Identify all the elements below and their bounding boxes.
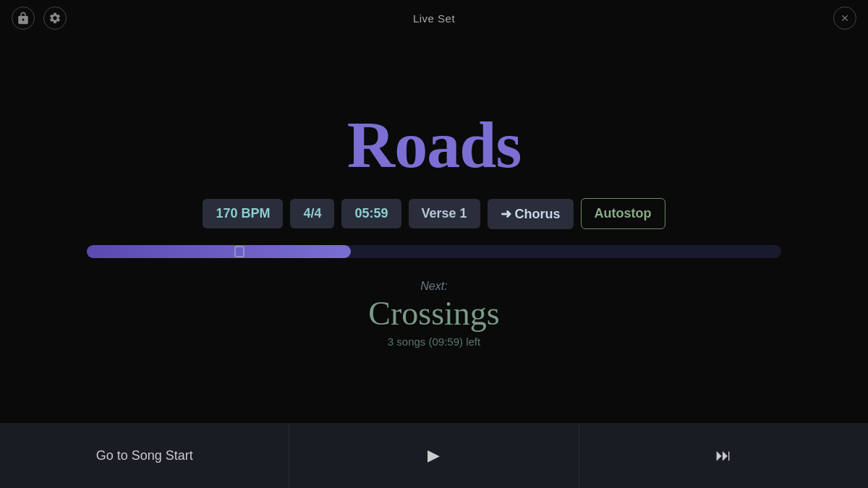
skip-icon: ⏭ bbox=[715, 446, 731, 465]
gear-icon bbox=[48, 12, 61, 25]
header-title: Live Set bbox=[413, 12, 455, 25]
next-section-pill[interactable]: ➜ Chorus bbox=[488, 199, 574, 229]
lock-icon bbox=[17, 12, 30, 25]
go-to-start-label: Go to Song Start bbox=[96, 448, 193, 463]
footer: Go to Song Start ▶ ⏭ bbox=[0, 423, 868, 488]
progress-fill bbox=[87, 245, 351, 258]
next-label: Next: bbox=[368, 280, 499, 293]
progress-bar-container[interactable] bbox=[87, 245, 781, 258]
autostop-pill[interactable]: Autostop bbox=[581, 198, 665, 229]
main-content: Roads 170 BPM 4/4 05:59 Verse 1 ➜ Chorus… bbox=[0, 36, 868, 423]
header: Live Set bbox=[0, 0, 868, 36]
info-row: 170 BPM 4/4 05:59 Verse 1 ➜ Chorus Autos… bbox=[203, 198, 665, 229]
play-button[interactable]: ▶ bbox=[289, 423, 579, 488]
song-title: Roads bbox=[347, 111, 521, 178]
close-button[interactable] bbox=[833, 7, 856, 30]
time-sig-pill: 4/4 bbox=[290, 199, 334, 228]
next-section-info: Next: Crossings 3 songs (09:59) left bbox=[368, 280, 499, 348]
bpm-pill: 170 BPM bbox=[203, 199, 283, 228]
skip-button[interactable]: ⏭ bbox=[579, 423, 868, 488]
next-songs-left: 3 songs (09:59) left bbox=[368, 335, 499, 348]
next-song-title: Crossings bbox=[368, 296, 499, 333]
section-pill: Verse 1 bbox=[409, 199, 480, 228]
play-icon: ▶ bbox=[427, 446, 440, 465]
gear-button[interactable] bbox=[43, 7, 67, 30]
go-to-start-button[interactable]: Go to Song Start bbox=[0, 423, 289, 488]
header-left-controls bbox=[12, 7, 67, 30]
close-icon bbox=[840, 13, 850, 23]
lock-button[interactable] bbox=[12, 7, 35, 30]
header-right-controls bbox=[833, 7, 856, 30]
elapsed-pill: 05:59 bbox=[341, 199, 401, 228]
progress-thumb bbox=[234, 246, 244, 257]
